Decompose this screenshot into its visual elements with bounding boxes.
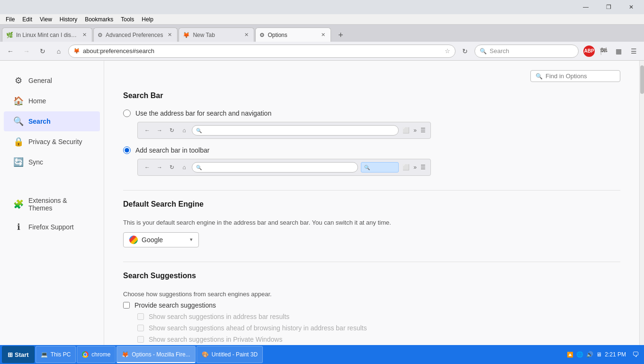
menu-tools[interactable]: Tools [117, 15, 138, 24]
tab-label-linux: In Linux Mint can I disable the [16, 32, 78, 38]
tp-reload-icon: ↻ [167, 126, 177, 135]
nav-search-icon: 🔍 [480, 48, 487, 55]
close-button[interactable]: ✕ [620, 0, 642, 14]
new-tab-button[interactable]: + [334, 28, 347, 42]
tab-new-tab[interactable]: 🦊 New Tab ✕ [179, 27, 254, 42]
sidebar-label-extensions: Extensions & Themes [28, 197, 90, 212]
ahead-history-label: Show search suggestions ahead of browsin… [149, 324, 367, 332]
sidebar-label-privacy: Privacy & Security [28, 138, 82, 146]
menu-edit[interactable]: Edit [18, 15, 36, 24]
address-results-checkbox[interactable] [137, 313, 144, 320]
tab-close-new[interactable]: ✕ [242, 31, 250, 39]
selected-engine-label: Google [142, 236, 163, 244]
refresh-button[interactable]: ↻ [458, 45, 472, 58]
back-button[interactable]: ← [4, 45, 17, 58]
adblock-plus-icon[interactable]: ABP [583, 46, 595, 57]
sidebar-item-support[interactable]: ℹ Firefox Support [4, 217, 100, 237]
tp-back-icon: ← [143, 126, 152, 135]
show-private-windows-option[interactable]: Show search suggestions in Private Windo… [137, 336, 620, 343]
reload-button[interactable]: ↻ [36, 45, 49, 58]
tp2-home-icon: ⌂ [179, 163, 189, 172]
menu-history[interactable]: History [56, 15, 81, 24]
dropdown-arrow-icon: ▾ [190, 237, 193, 243]
tp2-back-icon: ← [143, 163, 152, 172]
radio-address-bar-input[interactable] [123, 109, 131, 117]
sync-icon: 🔄 [13, 157, 24, 167]
suggestions-description: Choose how suggestions from search engin… [123, 290, 620, 299]
menu-bookmarks[interactable]: Bookmarks [81, 15, 117, 24]
sidebar-item-general[interactable]: ⚙ General [4, 71, 100, 91]
radio-toolbar[interactable]: Add search bar in toolbar [123, 146, 620, 154]
tp2-url-bar: 🔍 [192, 162, 358, 173]
google-logo [129, 236, 138, 244]
tab-bar: 🌿 In Linux Mint can I disable the ✕ ⚙ Ad… [0, 25, 644, 42]
tab-advanced-prefs[interactable]: ⚙ Advanced Preferences ✕ [93, 27, 178, 42]
tp2-search-bar: 🔍 [361, 162, 399, 173]
maximize-button[interactable]: ❐ [598, 0, 619, 14]
provide-suggestions-option[interactable]: Provide search suggestions [123, 301, 620, 309]
tp-search-icon-small: 🔍 [196, 128, 202, 133]
ahead-history-checkbox[interactable] [137, 325, 144, 331]
sidebar-label-sync: Sync [28, 158, 43, 166]
private-windows-checkbox[interactable] [137, 336, 144, 343]
provide-suggestions-checkbox[interactable] [123, 302, 130, 309]
toolbar-right: ABP 🏁 ▦ ☰ [583, 45, 640, 58]
page-scrollbar[interactable] [639, 61, 644, 345]
tab-options[interactable]: ⚙ Options ✕ [255, 27, 331, 42]
default-engine-description: This is your default search engine in th… [123, 218, 620, 228]
find-in-options-input[interactable] [546, 73, 615, 80]
tab-linux-mint[interactable]: 🌿 In Linux Mint can I disable the ✕ [2, 27, 92, 42]
sidebar-label-home: Home [28, 97, 46, 105]
sidebar-item-home[interactable]: 🏠 Home [4, 91, 100, 111]
minimize-button[interactable]: — [575, 0, 597, 14]
show-ahead-history-option[interactable]: Show search suggestions ahead of browsin… [137, 324, 620, 332]
nav-search-bar[interactable]: 🔍 Search [474, 45, 579, 58]
tp2-menu-icon: ☰ [420, 164, 426, 171]
sidebar: ⚙ General 🏠 Home 🔍 Search 🔒 Privacy & Se… [0, 61, 104, 345]
show-address-results-option[interactable]: Show search suggestions in address bar r… [137, 313, 620, 320]
bookmarks-toolbar-icon[interactable]: 🏁 [597, 45, 610, 58]
tp2-forward-icon: → [155, 163, 164, 172]
radio-address-bar[interactable]: Use the address bar for search and navig… [123, 109, 620, 117]
home-button[interactable]: ⌂ [52, 45, 65, 58]
search-engine-dropdown[interactable]: Google ▾ [123, 232, 199, 247]
forward-button[interactable]: → [20, 45, 33, 58]
sidebar-item-sync[interactable]: 🔄 Sync [4, 152, 100, 172]
tab-favicon-advanced: ⚙ [98, 32, 103, 38]
radio-address-bar-label: Use the address bar for search and navig… [135, 109, 271, 117]
search-bar-title: Search Bar [123, 91, 620, 103]
radio-toolbar-label: Add search bar in toolbar [135, 146, 209, 154]
tp2-reload-icon: ↻ [167, 163, 177, 172]
suggestions-sub-options: Show search suggestions in address bar r… [137, 313, 620, 343]
tp2-tabs-icon: ⬜ [402, 164, 410, 171]
menu-help[interactable]: Help [138, 15, 157, 24]
tp-url-bar: 🔍 [192, 125, 399, 136]
tp2-search-icon-small: 🔍 [196, 165, 202, 170]
tp-home-icon: ⌂ [179, 126, 189, 135]
find-input-wrapper[interactable]: 🔍 [530, 70, 620, 82]
home-icon: 🏠 [13, 96, 24, 106]
scrollbar-thumb[interactable] [640, 65, 644, 94]
provide-suggestions-label: Provide search suggestions [134, 301, 216, 309]
url-text: about:preferences#search [83, 47, 442, 55]
window-controls: — ❐ ✕ [575, 0, 642, 14]
bookmark-star-icon[interactable]: ☆ [445, 47, 450, 55]
sidebar-item-search[interactable]: 🔍 Search [4, 111, 100, 131]
tab-favicon-new: 🦊 [183, 32, 190, 38]
menu-view[interactable]: View [36, 15, 56, 24]
suggestions-section: Search Suggestions Choose how suggestion… [123, 272, 620, 344]
sidebar-label-general: General [28, 77, 52, 84]
tab-close-advanced[interactable]: ✕ [166, 31, 173, 39]
tab-close-options[interactable]: ✕ [319, 31, 327, 39]
sidebar-item-privacy[interactable]: 🔒 Privacy & Security [4, 132, 100, 152]
extensions-toolbar-icon[interactable]: ▦ [612, 45, 625, 58]
menu-file[interactable]: File [2, 15, 18, 24]
suggestions-title: Search Suggestions [123, 272, 620, 283]
tp-menu-icon: ☰ [420, 127, 426, 134]
tab-close-linux[interactable]: ✕ [80, 31, 88, 39]
default-engine-title: Default Search Engine [123, 200, 620, 211]
url-bar[interactable]: 🦊 about:preferences#search ☆ [68, 45, 456, 58]
menu-button[interactable]: ☰ [627, 45, 640, 58]
sidebar-item-extensions[interactable]: 🧩 Extensions & Themes [4, 192, 100, 217]
radio-toolbar-input[interactable] [123, 146, 131, 154]
